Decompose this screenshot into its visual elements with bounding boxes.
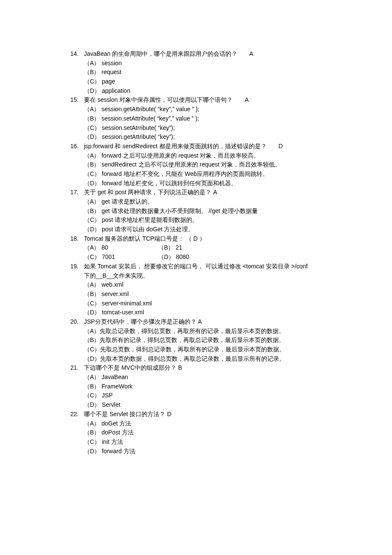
option-a: （A） doGet 方法 bbox=[84, 419, 322, 428]
q-num: 19. bbox=[70, 262, 84, 271]
q-num: 20. bbox=[70, 317, 84, 327]
question-21: 21. 下边哪个不是 MVC中的组成部分？ B （A） JavaBean （B）… bbox=[70, 363, 322, 409]
q-answer: A bbox=[249, 49, 253, 59]
q-stem: 下边哪个不是 MVC中的组成部分？ B bbox=[84, 364, 182, 371]
option-c: （C） post 请求地址栏里是能看到数据的。 bbox=[84, 216, 322, 225]
q-stem: 关于 get 和 post 两种请求，下列说法正确的是？ A bbox=[84, 189, 217, 196]
q-num: 18. bbox=[70, 234, 84, 244]
option-d: （D）先取本页的数据，得到总页数，再取总记录数，最后显示所有的记录。 bbox=[84, 354, 322, 364]
q-text: JavaBean 的生命周期中，哪个是用来跟踪用户的会话的？ A bbox=[84, 49, 322, 59]
option-a: （A） 80 bbox=[84, 243, 156, 253]
q-num: 17. bbox=[70, 188, 84, 197]
q-answer: A bbox=[245, 95, 248, 105]
q-options: （A） doGet 方法 （B） doPost 方法 （C） init 方法 （… bbox=[70, 419, 322, 456]
question-20: 20. JSP分页代码中，哪个步骤次序是正确的？ A （A）先取总记录数，得到总… bbox=[70, 317, 322, 363]
question-15: 15. 要在 session 对象中保存属性，可以使用以下哪个语句？ A （A）… bbox=[70, 95, 322, 141]
q-num: 15. bbox=[70, 95, 84, 105]
q-stem: JavaBean 的生命周期中，哪个是用来跟踪用户的会话的？ bbox=[84, 50, 237, 57]
option-b: （B） server.xml bbox=[84, 290, 322, 299]
q-stem: jsp:forward 和 sendRedirect 都是用来做页面跳转的，描述… bbox=[84, 143, 267, 150]
option-b: （B） doPost 方法 bbox=[84, 428, 322, 437]
q-stem-line2: 下的__B__文件来实现。 bbox=[84, 271, 322, 281]
option-c: （C）先取总页数，得到总记录数，再取所有的记录，最后显示本页的数据。 bbox=[84, 345, 322, 354]
option-a: （A） session.getAttribute( “key”,” value … bbox=[84, 105, 322, 114]
option-d: （D） forward 方法 bbox=[84, 447, 322, 456]
q-options: （A） session.getAttribute( “key”,” value … bbox=[70, 105, 322, 142]
q-options: （A） session （B） request （C） page （D） app… bbox=[70, 59, 322, 96]
question-17: 17. 关于 get 和 post 两种请求，下列说法正确的是？ A （A） g… bbox=[70, 188, 322, 234]
q-text: 如果 Tomcat 安装后， 想要修改它的端口号， 可以通过修改 <tomcat… bbox=[84, 262, 322, 271]
q-stem: 如果 Tomcat 安装后， 想要修改它的端口号， 可以通过修改 <tomcat… bbox=[84, 263, 308, 270]
q-num: 21. bbox=[70, 363, 84, 373]
q-num: 16. bbox=[70, 142, 84, 151]
q-stem: 哪个不是 Servlet 接口的方法？ D bbox=[84, 411, 171, 417]
q-options: （A） JavaBean （B） FrameWork （C） JSP （D） S… bbox=[70, 373, 322, 410]
question-14: 14. JavaBean 的生命周期中，哪个是用来跟踪用户的会话的？ A （A）… bbox=[70, 49, 322, 95]
q-stem: JSP分页代码中，哪个步骤次序是正确的？ A bbox=[84, 318, 202, 325]
option-d: （D） Servlet bbox=[84, 400, 322, 410]
option-c: （C） 7001 bbox=[84, 253, 156, 262]
option-c: （C） forward 地址栏不变化，只能在 Web应用程序内的页面间跳转。 bbox=[84, 170, 322, 179]
option-a: （A） get 请求是默认的。 bbox=[84, 197, 322, 207]
q-text: Tomcat 服务器的默认 TCP端口号是： （ D ） bbox=[84, 234, 322, 244]
question-16: 16. jsp:forward 和 sendRedirect 都是用来做页面跳转… bbox=[70, 142, 322, 188]
option-b: （B） FrameWork bbox=[84, 382, 322, 391]
option-c: （C） init 方法 bbox=[84, 437, 322, 447]
option-c: （C） JSP bbox=[84, 391, 322, 400]
q-stem: 要在 session 对象中保存属性，可以使用以下哪个语句？ bbox=[84, 96, 233, 103]
document-page: 14. JavaBean 的生命周期中，哪个是用来跟踪用户的会话的？ A （A）… bbox=[0, 0, 392, 555]
option-a: （A） forward 之后可以使用原来的 request 对象，而且效率较高。 bbox=[84, 151, 322, 161]
option-a: （A） session bbox=[84, 59, 322, 68]
option-a: （A） JavaBean bbox=[84, 373, 322, 382]
option-a: （A）先取总记录数，得到总页数，再取所有的记录，最后显示本页的数据。 bbox=[84, 327, 322, 336]
q-continuation: 下的__B__文件来实现。 （A） web.xml （B） server.xml… bbox=[70, 271, 322, 317]
option-b: （B） request bbox=[84, 68, 322, 77]
q-options: （A） get 请求是默认的。 （B） get 请求处理的数据量大小不受到限制。… bbox=[70, 197, 322, 234]
option-b: （B）先取所有的记录，得到总页数，再取总记录数，最后显示本页的数据。 bbox=[84, 336, 322, 345]
q-options: （A）先取总记录数，得到总页数，再取所有的记录，最后显示本页的数据。 （B）先取… bbox=[70, 327, 322, 364]
question-18: 18. Tomcat 服务器的默认 TCP端口号是： （ D ） （A） 80 … bbox=[70, 234, 322, 262]
option-d: （D） session.getAttribute( “key”); bbox=[84, 132, 322, 142]
q-text: 关于 get 和 post 两种请求，下列说法正确的是？ A bbox=[84, 188, 322, 197]
option-b: （B） get 请求处理的数据量大小不受到限制。 //get 处理小数据量 bbox=[84, 207, 322, 216]
q-text: 要在 session 对象中保存属性，可以使用以下哪个语句？ A bbox=[84, 95, 322, 105]
q-text: jsp:forward 和 sendRedirect 都是用来做页面跳转的，描述… bbox=[84, 142, 322, 151]
option-c: （C） server-minimal.xml bbox=[84, 299, 322, 308]
option-a: （A） web.xml bbox=[84, 280, 322, 290]
question-19: 19. 如果 Tomcat 安装后， 想要修改它的端口号， 可以通过修改 <to… bbox=[70, 262, 322, 317]
q-text: 哪个不是 Servlet 接口的方法？ D bbox=[84, 410, 322, 419]
q-text: 下边哪个不是 MVC中的组成部分？ B bbox=[84, 363, 322, 373]
option-d: （D） forward 地址栏变化，可以跳转到任何页面和机器。 bbox=[84, 179, 322, 188]
option-b: （B） 21 bbox=[158, 243, 231, 253]
option-c: （C） session.setAtrribute( “key”); bbox=[84, 124, 322, 133]
q-options: （A） 80 （B） 21 （C） 7001 （D） 8080 bbox=[70, 243, 322, 262]
option-d: （D） application bbox=[84, 86, 322, 96]
option-d: （D） tomcat-user.xml bbox=[84, 308, 322, 317]
q-answer: D bbox=[279, 142, 283, 151]
option-b: （B） session.setAttribute( “key”,” value … bbox=[84, 114, 322, 124]
option-d: （D） post 请求可以由 doGet 方法处理。 bbox=[84, 225, 322, 234]
question-22: 22. 哪个不是 Servlet 接口的方法？ D （A） doGet 方法 （… bbox=[70, 410, 322, 456]
q-text: JSP分页代码中，哪个步骤次序是正确的？ A bbox=[84, 317, 322, 327]
q-num: 22. bbox=[70, 410, 84, 419]
option-b: （B） sendRedirect 之后不可以使用原来的 request 对象，而… bbox=[84, 160, 322, 170]
option-d: （D） 8080 bbox=[158, 253, 231, 262]
q-num: 14. bbox=[70, 49, 84, 59]
q-stem: Tomcat 服务器的默认 TCP端口号是： （ D ） bbox=[84, 235, 205, 242]
q-options: （A） forward 之后可以使用原来的 request 对象，而且效率较高。… bbox=[70, 151, 322, 188]
option-c: （C） page bbox=[84, 77, 322, 86]
